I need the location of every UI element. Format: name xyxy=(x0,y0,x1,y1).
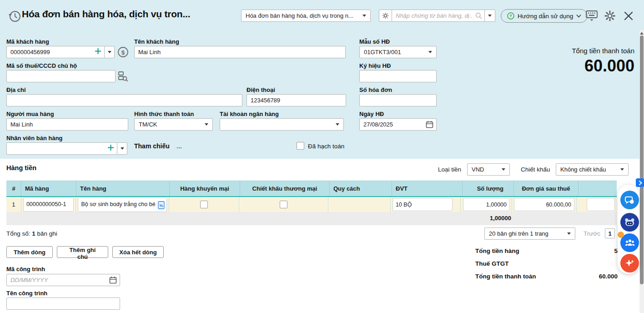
address-label: Địa chỉ xyxy=(6,86,26,93)
quantity-cell[interactable]: 1,00000 xyxy=(463,198,510,211)
invoice-no-input[interactable] xyxy=(359,94,437,106)
chevron-down-icon xyxy=(336,123,339,126)
tax-code-label: Mã số thuế/CCCD chủ hộ xyxy=(6,62,77,69)
scrollbar-thumb[interactable] xyxy=(640,35,644,284)
chevron-down-icon xyxy=(205,123,208,126)
payment-total-value: 60.000 xyxy=(568,273,618,280)
search-filter-dropdown[interactable] xyxy=(485,10,495,22)
notification-dot xyxy=(618,232,624,238)
invoice-date-input[interactable] xyxy=(359,118,437,131)
chevron-right-icon xyxy=(639,181,642,185)
close-icon[interactable] xyxy=(623,10,634,21)
row-index: 1 xyxy=(6,197,21,212)
keyboard-icon[interactable] xyxy=(585,10,598,22)
vat-label: Thuế GTGT xyxy=(475,260,509,267)
chevron-down-icon xyxy=(488,15,492,17)
customer-name-input[interactable] xyxy=(134,46,346,58)
phone-label: Điện thoại xyxy=(247,86,275,93)
unit-cell[interactable]: 10 BỘ xyxy=(392,198,453,211)
payment-method-label: Hình thức thanh toán xyxy=(134,111,194,117)
discount-label: Chiết khấu xyxy=(521,166,550,173)
extra-cell[interactable] xyxy=(587,198,615,211)
discount-value: Không chiết khấu xyxy=(560,166,606,173)
buyer-input[interactable] xyxy=(6,118,128,131)
doc-type-dropdown-value: Hóa đơn bán hàng hóa, dịch vụ trong n... xyxy=(246,12,353,19)
promo-checkbox[interactable] xyxy=(200,201,208,208)
customer-code-input[interactable] xyxy=(6,46,105,58)
project-code-input[interactable] xyxy=(6,274,120,286)
reference-more-link[interactable]: ... xyxy=(176,142,182,150)
currency-dropdown[interactable]: VND xyxy=(467,163,510,176)
ai-sparkle-icon[interactable] xyxy=(620,254,639,273)
table-summary-row: 1,00000 xyxy=(6,212,617,225)
customer-code-label: Mã khách hàng xyxy=(6,38,49,45)
calendar-icon[interactable] xyxy=(109,276,117,284)
total-goods-label: Tổng tiền hàng xyxy=(475,247,519,254)
chevron-down-icon xyxy=(121,147,124,150)
invoice-series-input[interactable] xyxy=(359,70,437,82)
doc-type-dropdown[interactable]: Hóa đơn bán hàng hóa, dịch vụ trong n... xyxy=(241,10,371,22)
search-icon[interactable] xyxy=(475,12,482,19)
payment-method-dropdown[interactable]: TM/CK xyxy=(134,118,213,131)
prev-page-button[interactable]: Trước xyxy=(584,230,600,237)
scrollbar-up-arrow[interactable] xyxy=(639,31,644,35)
unit-price-cell[interactable]: 60.000,00 xyxy=(514,198,574,211)
invoice-no-label: Số hóa đơn xyxy=(359,86,392,93)
trade-discount-checkbox[interactable] xyxy=(280,201,287,208)
payment-method-value: TM/CK xyxy=(139,121,157,128)
salesperson-dropdown[interactable] xyxy=(117,142,127,155)
chat-icon[interactable] xyxy=(620,191,639,209)
bank-account-dropdown[interactable] xyxy=(220,118,344,131)
add-note-button[interactable]: Thêm ghi chú xyxy=(57,246,108,258)
salesperson-label: Nhân viên bán hàng xyxy=(6,135,63,141)
settings-gear-icon[interactable] xyxy=(604,10,616,22)
customer-name-label: Tên khách hàng xyxy=(134,38,179,45)
robot-assistant-icon[interactable] xyxy=(620,213,639,232)
chevron-down-icon xyxy=(362,15,366,17)
col-header-item-code: Mã hàng xyxy=(21,181,76,196)
customer-code-dropdown[interactable] xyxy=(104,46,115,58)
salesperson-input[interactable] xyxy=(6,142,117,155)
col-header-index: # xyxy=(6,181,21,196)
template-no-value: 01GTKT3/001 xyxy=(364,49,401,56)
item-name-cell[interactable]: Bộ sơ sinh body trắng cho bé % xyxy=(78,197,166,212)
items-table-header: # Mã hàng Tên hàng Hàng khuyến mại Chiết… xyxy=(6,181,617,196)
chevron-down-icon xyxy=(428,51,432,53)
col-header-trade-discount: Chiết khấu thương mại xyxy=(240,181,330,196)
template-no-dropdown[interactable]: 01GTKT3/001 xyxy=(359,46,437,58)
add-salesperson-icon[interactable] xyxy=(107,144,115,151)
search-settings-button[interactable] xyxy=(379,10,392,22)
page-title: Hóa đơn bán hàng hóa, dịch vụ tron... xyxy=(22,9,190,20)
help-button[interactable]: ? Hướng dẫn sử dụng xyxy=(501,9,588,23)
bank-account-label: Tài khoản ngân hàng xyxy=(220,111,279,117)
items-section-title: Hàng tiền xyxy=(6,164,36,172)
invoice-date-label: Ngày HĐ xyxy=(359,111,384,117)
item-code-cell[interactable]: 00000000050-1 xyxy=(23,197,74,212)
col-header-item-name: Tên hàng xyxy=(76,181,170,196)
tax-lookup-icon[interactable] xyxy=(118,71,128,82)
search-input[interactable] xyxy=(392,10,485,22)
history-icon[interactable] xyxy=(8,10,21,23)
tax-code-input[interactable] xyxy=(6,70,116,82)
spec-cell[interactable] xyxy=(328,197,391,212)
page-size-dropdown[interactable]: 20 bản ghi trên 1 trang xyxy=(484,227,575,240)
project-code-label: Mã công trình xyxy=(6,266,45,273)
payment-coin-icon[interactable]: $ xyxy=(117,46,129,58)
project-name-input[interactable] xyxy=(6,298,120,310)
posted-checkbox[interactable] xyxy=(297,142,304,150)
page-number-box[interactable]: 1 xyxy=(605,228,615,238)
grand-total-value: 60.000 xyxy=(475,56,634,76)
add-row-button[interactable]: Thêm dòng xyxy=(6,246,53,258)
percent-doc-icon[interactable]: % xyxy=(158,201,165,209)
add-customer-icon[interactable] xyxy=(94,47,102,55)
delete-all-rows-button[interactable]: Xóa hết dòng xyxy=(112,246,164,258)
expand-columns-button[interactable] xyxy=(636,178,644,187)
gear-icon xyxy=(382,12,389,19)
chevron-down-icon xyxy=(567,232,571,235)
discount-dropdown[interactable]: Không chiết khấu xyxy=(556,163,629,176)
chevron-down-icon xyxy=(576,14,581,18)
address-input[interactable] xyxy=(6,94,242,106)
currency-label: Loại tiền xyxy=(438,166,461,173)
calendar-icon[interactable] xyxy=(426,121,433,128)
phone-input[interactable] xyxy=(247,94,346,106)
